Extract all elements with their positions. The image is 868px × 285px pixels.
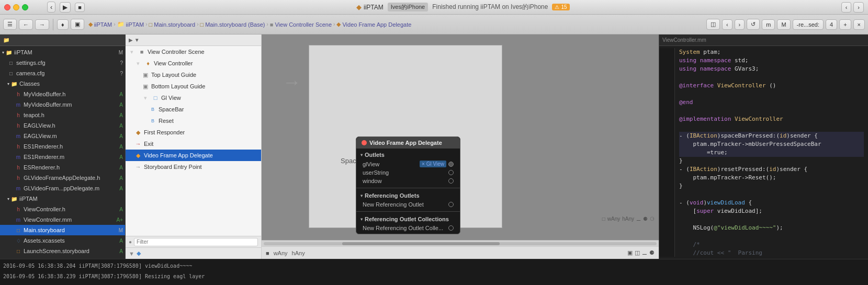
scene-bottom-icon2[interactable]: ◆ xyxy=(137,250,141,257)
code-content[interactable]: System ptam; using namespace std; using … xyxy=(659,46,868,259)
nav-next-btn[interactable]: › xyxy=(853,2,864,13)
nav-left-btn[interactable]: ‹ xyxy=(722,19,732,30)
new-ref-collection-icon[interactable] xyxy=(448,225,454,231)
layout-toggle-btn[interactable]: ◫ xyxy=(706,19,720,30)
toggle-navigator-btn[interactable]: ☰ xyxy=(3,19,17,30)
breadcrumb-main-storyboard[interactable]: □ Main.storyboard xyxy=(149,21,196,28)
nav-back-btn[interactable]: ‹ xyxy=(47,2,55,13)
file-label: ViewController.h xyxy=(24,206,65,212)
scene-item-gl-view[interactable]: ▾ □ Gl View xyxy=(126,92,261,104)
new-ref-outlet-icon[interactable] xyxy=(448,202,454,207)
file-item-iiPTAM-folder[interactable]: ▾ 📁 iiPTAM xyxy=(0,193,125,204)
toolbar-right: ◫ ‹ › ↺ m M -re...sed: 4 + × xyxy=(706,19,865,30)
num-4-btn[interactable]: 4 xyxy=(826,19,837,30)
layout-btn1[interactable]: ▣ xyxy=(627,249,633,256)
add-btn[interactable]: + xyxy=(839,19,851,30)
filter-input[interactable] xyxy=(134,238,258,246)
popup-outlet-glView[interactable]: glView × Gl View xyxy=(360,159,456,168)
maximize-button[interactable] xyxy=(22,4,28,10)
stop-btn[interactable]: ■ xyxy=(75,3,85,12)
scene-item-top-layout[interactable]: ▣ Top Layout Guide xyxy=(126,69,261,81)
popup-outlet-window[interactable]: window xyxy=(360,177,456,185)
layout-btn2[interactable]: ◫ xyxy=(635,249,640,256)
file-item-ViewController-h[interactable]: h ViewController.h A xyxy=(0,204,125,214)
scroll-thumb[interactable] xyxy=(342,242,499,245)
layout-btn3[interactable]: ⚊ xyxy=(642,249,647,256)
file-item-teapot-h[interactable]: h teapot.h A xyxy=(0,110,125,120)
scene-item-first-responder[interactable]: ◆ First Responder xyxy=(126,127,261,138)
file-item-LaunchScreen-storyboard[interactable]: □ LaunchScreen.storyboard A xyxy=(0,246,125,256)
file-item-Assets-xcassets[interactable]: ♢ Assets.xcassets A xyxy=(0,235,125,246)
file-item-EAGLView-h[interactable]: h EAGLView.h A xyxy=(0,120,125,131)
outlet-name: userString xyxy=(363,169,446,176)
file-label: MyVideoBuffer.h xyxy=(24,91,65,97)
outlet-value: × Gl View xyxy=(420,161,446,167)
scene-item-view-controller-scene[interactable]: ▾ ■ View Controller Scene xyxy=(126,46,261,58)
file-item-settings-cfg[interactable]: □ settings.cfg ? xyxy=(0,58,125,68)
breadcrumb-delegate[interactable]: ◆ Video Frame App Delegate xyxy=(336,21,411,28)
file-item-ES1Renderer-m[interactable]: m ES1Renderer.m A xyxy=(0,152,125,162)
canvas-content[interactable]: → SpaceBar Reset Video Frame App Delegat… xyxy=(262,35,659,240)
popup-new-ref-collection[interactable]: New Referencing Outlet Colle... xyxy=(360,224,456,232)
minimize-button[interactable] xyxy=(13,4,19,10)
scene-item-exit[interactable]: → Exit xyxy=(126,138,261,150)
scene-tree[interactable]: ▾ ■ View Controller Scene ▾ ♦ View Contr… xyxy=(126,46,261,236)
file-item-ViewController-mm[interactable]: m ViewController.mm A+ xyxy=(0,214,125,225)
scene-item-video-frame-delegate[interactable]: ◆ Video Frame App Delegate xyxy=(126,150,261,161)
file-item-classes-folder[interactable]: ▾ 📁 Classes xyxy=(0,78,125,89)
file-tree[interactable]: ▾ 📁 iiPTAM M □ settings.cfg ? □ camera.c… xyxy=(0,46,125,259)
zoom-btn[interactable]: ↺ xyxy=(747,19,760,30)
minus-btn[interactable]: × xyxy=(853,19,865,30)
breadcrumb-scene[interactable]: ■ View Controller Scene xyxy=(270,21,332,28)
file-item-iiPTAM-root[interactable]: ▾ 📁 iiPTAM M xyxy=(0,47,125,58)
code-line: using namespace std; xyxy=(679,56,864,65)
file-item-GLVideoFrameAppDelegate-h[interactable]: h GLVideoFrameAppDelegate.h A xyxy=(0,173,125,183)
scene-item-spacebar[interactable]: B SpaceBar xyxy=(126,104,261,115)
exit-icon: → xyxy=(134,140,142,148)
file-item-ES1Renderer-h[interactable]: h ES1Renderer.h A xyxy=(0,141,125,152)
popup-outlet-userString[interactable]: userString xyxy=(360,168,456,177)
editor-m-btn[interactable]: m xyxy=(762,19,775,30)
file-item-ESRenderer-h[interactable]: h ESRenderer.h A xyxy=(0,162,125,173)
popup-close-btn[interactable] xyxy=(362,140,367,145)
outlet-connected-icon[interactable] xyxy=(448,162,454,167)
popup-new-ref-outlet[interactable]: New Referencing Outlet xyxy=(360,200,456,209)
scroll-track[interactable] xyxy=(264,242,657,245)
folder-icon: 📁 xyxy=(5,49,13,56)
nav-prev-btn[interactable]: ‹ xyxy=(841,2,852,13)
outlet-disconnected-icon[interactable] xyxy=(448,178,454,184)
outlet-disconnected-icon[interactable] xyxy=(448,170,454,175)
breadcrumb-iiPTAM2[interactable]: 📁 iiPTAM xyxy=(117,21,144,28)
scene-item-storyboard-entry[interactable]: → Storyboard Entry Point xyxy=(126,161,261,173)
close-button[interactable] xyxy=(4,4,10,10)
canvas-btn1[interactable]: ■ xyxy=(266,250,269,256)
scheme-btn[interactable]: ♦ xyxy=(57,19,69,30)
breadcrumb-iiPTAM1[interactable]: ◆ iiPTAM xyxy=(88,21,112,28)
back-btn[interactable]: ← xyxy=(19,19,33,30)
editor-M-btn[interactable]: M xyxy=(777,19,790,30)
code-line xyxy=(679,107,864,115)
storyboard-btn[interactable]: ▣ xyxy=(71,19,84,30)
file-item-camera-cfg[interactable]: □ camera.cfg ? xyxy=(0,68,125,78)
layout-btn4[interactable]: ⚈ xyxy=(649,249,655,256)
file-item-GLVideoFram-ppDelegate-m[interactable]: m GLVideoFram...ppDelegate.m A xyxy=(0,183,125,193)
breadcrumb-sep3: › xyxy=(197,21,198,27)
scene-item-bottom-layout[interactable]: ▣ Bottom Layout Guide xyxy=(126,81,261,92)
popup-outlets-header: ▾ Outlets xyxy=(360,150,456,159)
file-item-Main-storyboard[interactable]: □ Main.storyboard M xyxy=(0,225,125,235)
file-item-MyVideoBuffer-h[interactable]: h MyVideoBuffer.h A xyxy=(0,89,125,99)
canvas-scrollbar[interactable] xyxy=(262,240,659,246)
scene-item-view-controller[interactable]: ▾ ♦ View Controller xyxy=(126,58,261,69)
code-line: System ptam; xyxy=(679,48,864,56)
scene-bottom-icon1[interactable]: ▼ xyxy=(129,250,134,257)
re-sed-btn[interactable]: -re...sed: xyxy=(793,19,824,30)
ref-outlets-expand-icon: ▾ xyxy=(360,193,363,198)
scene-item-reset[interactable]: B Reset xyxy=(126,115,261,127)
run-btn[interactable]: ▶ xyxy=(60,2,71,13)
nav-right-btn[interactable]: › xyxy=(735,19,745,30)
file-item-EAGLView-m[interactable]: m EAGLView.m A xyxy=(0,131,125,141)
breadcrumb-base[interactable]: □ Main.storyboard (Base) xyxy=(200,21,265,28)
forward-btn[interactable]: → xyxy=(35,19,49,30)
scene-label: View Controller Scene xyxy=(148,49,205,55)
file-item-MyVideoBuffer-mm[interactable]: m MyVideoBuffer.mm A xyxy=(0,99,125,110)
